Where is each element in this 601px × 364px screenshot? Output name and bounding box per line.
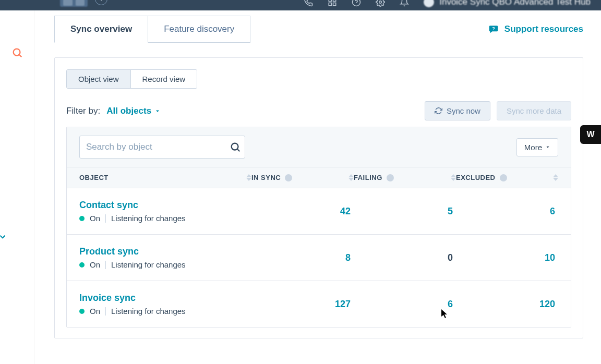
in-sync-value[interactable]: 8 [251, 252, 354, 263]
status-line: OnListening for changes [79, 214, 251, 223]
filter-row: Filter by: All objects Sync now Sync mor… [66, 101, 571, 120]
object-name-link[interactable]: Contact sync [79, 200, 251, 211]
support-resources-link[interactable]: ? Support resources [488, 24, 583, 35]
svg-marker-18 [451, 174, 456, 177]
svg-point-4 [353, 0, 360, 6]
table-row: Contact syncOnListening for changes4256 [67, 188, 571, 234]
object-name-link[interactable]: Invoice sync [79, 293, 251, 304]
svg-point-11 [232, 143, 238, 150]
column-label: IN SYNC [251, 174, 281, 181]
svg-rect-3 [329, 3, 331, 6]
svg-marker-15 [246, 178, 251, 181]
in-sync-value[interactable]: 127 [251, 299, 354, 310]
search-input[interactable] [79, 136, 245, 159]
svg-marker-20 [553, 174, 558, 177]
status-line: OnListening for changes [79, 307, 251, 316]
status-on: On [90, 307, 100, 316]
divider [105, 261, 106, 269]
status-listening: Listening for changes [111, 307, 186, 316]
tab-row: Sync overview Feature discovery ? Suppor… [54, 16, 583, 43]
svg-marker-17 [348, 178, 354, 181]
tab-feature-discovery[interactable]: Feature discovery [148, 16, 250, 43]
record-view-toggle[interactable]: Record view [130, 70, 197, 88]
chevron-down-icon [154, 108, 161, 114]
object-view-toggle[interactable]: Object view [67, 70, 130, 88]
failing-value[interactable]: 6 [354, 299, 456, 310]
nav-plus-button[interactable]: + [95, 0, 107, 5]
widget-label: W [586, 130, 594, 139]
filter-dropdown[interactable]: All objects [106, 106, 161, 116]
excluded-value[interactable]: 10 [456, 252, 558, 263]
object-cell: Product syncOnListening for changes [79, 246, 251, 269]
sync-now-button[interactable]: Sync now [425, 101, 490, 120]
svg-line-12 [237, 149, 239, 151]
floating-widget[interactable]: W [580, 125, 601, 144]
svg-marker-19 [451, 178, 456, 181]
column-in-sync[interactable]: IN SYNC [251, 174, 354, 181]
bell-icon[interactable] [400, 0, 409, 7]
top-nav: + Invoice Sync QBO Advanced Test Hub [0, 0, 601, 10]
sync-more-data-button: Sync more data [497, 101, 571, 120]
info-icon[interactable] [285, 174, 292, 181]
column-label: FAILING [354, 174, 382, 181]
left-rail [0, 10, 34, 364]
account-switcher[interactable]: Invoice Sync QBO Advanced Test Hub [424, 0, 591, 7]
svg-marker-21 [553, 178, 558, 181]
sort-icon [246, 174, 251, 181]
object-cell: Invoice syncOnListening for changes [79, 293, 251, 316]
phone-icon[interactable] [304, 0, 313, 7]
view-toggle: Object view Record view [66, 69, 197, 89]
svg-marker-16 [348, 174, 354, 177]
excluded-value[interactable]: 120 [456, 299, 558, 310]
object-name-link[interactable]: Product sync [79, 246, 251, 257]
top-nav-left: + [10, 0, 289, 7]
tabs: Sync overview Feature discovery [54, 16, 250, 43]
status-on: On [90, 214, 100, 223]
top-nav-icons [304, 0, 409, 7]
table-row: Product syncOnListening for changes8010 [67, 234, 571, 281]
status-dot-icon [79, 309, 85, 314]
sidebar-expand-icon[interactable] [0, 232, 7, 241]
help-icon[interactable] [352, 0, 361, 7]
filter-value: All objects [106, 106, 151, 116]
svg-marker-13 [547, 147, 549, 148]
tab-label: Sync overview [70, 24, 132, 34]
status-listening: Listening for changes [111, 214, 186, 223]
filter-label: Filter by: [66, 106, 100, 116]
status-dot-icon [79, 216, 85, 221]
column-excluded[interactable]: EXCLUDED [456, 174, 558, 181]
toggle-label: Record view [142, 75, 186, 83]
column-object[interactable]: OBJECT [79, 174, 251, 181]
search-wrap [79, 136, 245, 159]
sort-icon [553, 174, 558, 181]
svg-rect-0 [329, 0, 331, 2]
info-icon[interactable] [500, 174, 507, 181]
nav-pill-group [60, 0, 88, 7]
info-icon[interactable] [387, 174, 394, 181]
question-chat-icon: ? [488, 24, 499, 35]
sync-more-label: Sync more data [507, 106, 561, 115]
svg-rect-1 [333, 0, 336, 2]
marketplace-icon[interactable] [328, 0, 337, 7]
panel: Object view Record view Filter by: All o… [54, 57, 583, 338]
sync-now-label: Sync now [447, 106, 480, 115]
tab-sync-overview[interactable]: Sync overview [54, 16, 148, 43]
excluded-value[interactable]: 6 [456, 206, 558, 217]
column-failing[interactable]: FAILING [354, 174, 456, 181]
status-on: On [90, 260, 100, 269]
svg-line-8 [19, 55, 21, 57]
status-dot-icon [79, 262, 85, 268]
nav-pill [76, 0, 85, 6]
nav-pill [63, 0, 73, 6]
in-sync-value[interactable]: 42 [251, 206, 354, 217]
more-button[interactable]: More [516, 138, 558, 156]
svg-marker-14 [246, 174, 251, 177]
settings-icon[interactable] [376, 0, 385, 7]
failing-value: 0 [354, 252, 456, 263]
account-title: Invoice Sync QBO Advanced Test Hub [439, 0, 591, 7]
divider [105, 214, 106, 223]
search-icon[interactable] [230, 141, 241, 153]
sidebar-search-icon[interactable] [0, 47, 34, 58]
failing-value[interactable]: 5 [354, 206, 456, 217]
svg-rect-2 [333, 3, 336, 6]
